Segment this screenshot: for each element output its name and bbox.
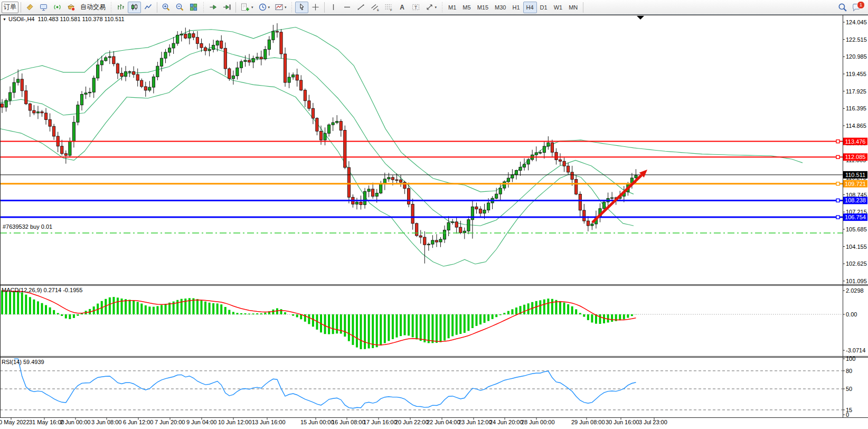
text-label-icon[interactable]: T [409,2,422,13]
price-badge-label: 113.476 [845,138,866,145]
line-chart-icon[interactable] [141,2,155,13]
macd-label: MACD(12,26,9) 0.2714 -0.1955 [2,287,82,293]
chart-dropdown-icon[interactable]: ▼ [3,17,6,21]
time-axis-label: 29 Jun 08:00 [571,419,605,425]
chevron-down-icon: ▾ [435,5,437,10]
rsi-axis-label: 50 [846,386,852,392]
price-tick-label: 102.625 [846,260,867,267]
auto-scroll-icon[interactable] [206,2,220,13]
price-tick-label: 120.985 [846,53,867,60]
time-axis-label: 15 Jun 00:00 [300,419,334,425]
shapes-icon[interactable]: ▾ [423,2,439,13]
timeframe-button-m5[interactable]: M5 [459,2,474,13]
price-tick-label: 124.045 [846,19,867,25]
level-handle[interactable] [836,182,839,185]
time-axis-label: 28 Jun 00:00 [521,419,555,425]
price-tick-label: 116.395 [846,105,866,111]
text-icon[interactable]: A [395,2,409,13]
svg-text:A: A [400,4,404,11]
search-icon[interactable] [836,2,850,13]
timeframe-button-w1[interactable]: W1 [551,2,566,13]
macd-axis-label: -3.0714 [846,347,865,353]
svg-text:T: T [414,5,417,10]
toolbar-separator [157,2,157,13]
timeframe-group: M1M5M15M30H1H4D1W1MN [445,2,581,13]
tag-icon[interactable] [23,2,36,13]
channel-icon[interactable]: E [368,2,381,13]
tile-windows-icon[interactable] [187,2,200,13]
fibonacci-icon[interactable]: F [382,2,395,13]
level-handle[interactable] [836,199,839,202]
candles [1,23,637,264]
notification-badge: 1 [857,1,865,9]
time-axis-label: 2 Jun 00:00 [60,419,91,425]
price-badge-label: 112.085 [845,154,866,160]
level-handle[interactable] [836,216,839,219]
zoom-out-icon[interactable] [173,2,186,13]
cursor-icon[interactable] [295,2,308,13]
new-order-button[interactable]: 订单 [2,2,18,13]
price-tick-label: 122.515 [846,36,867,43]
time-axis-label: 16 Jun 08:00 [332,419,365,425]
time-axis-label: 17 Jun 16:00 [363,419,397,425]
timeframe-button-m15[interactable]: M15 [474,2,492,13]
price-tick-label: 101.095 [846,278,867,284]
vertical-line-icon[interactable] [327,2,340,13]
toolbar-grip [291,2,293,13]
trading-terminal: { "toolbar": { "order_label": "订单", "aut… [0,0,868,429]
signal-icon[interactable] [51,2,64,13]
time-axis-label: 7 Jun 20:00 [155,419,185,425]
periods-icon[interactable]: ▾ [256,2,272,13]
time-axis-label: 6 Jun 12:00 [123,419,154,425]
toolbar-grip [441,2,443,13]
trendline-icon[interactable] [354,2,367,13]
rsi-axis-label: 0 [846,412,849,418]
time-axis-label: 20 Jun 22:00 [395,419,429,425]
horizontal-line-icon[interactable] [341,2,354,13]
market-basket-icon[interactable] [64,2,78,13]
time-axis-label: 31 May 16:00 [29,419,64,425]
chevron-down-icon: ▾ [285,5,287,10]
timeframe-button-h4[interactable]: H4 [523,2,537,13]
price-tick-label: 114.865 [846,123,866,129]
price-tick-label: 105.685 [846,226,867,232]
bar-chart-icon[interactable] [114,2,127,13]
ohlc-values: 110.483 110.581 110.378 110.511 [38,16,125,22]
time-axis-label: 13 Jun 16:00 [252,419,286,425]
price-badge-label: 108.238 [845,197,866,203]
indicators-icon[interactable]: ▾ [238,2,256,13]
symbol-period: USOil-,H4 [8,16,35,22]
timeframe-button-m30[interactable]: M30 [492,2,509,13]
candlestick-chart-icon[interactable] [128,2,141,13]
level-handle[interactable] [836,155,839,158]
trend-arrow[interactable] [592,175,641,222]
chevron-down-icon: ▾ [268,5,270,10]
toolbar-grip [110,2,112,13]
price-tick-label: 104.155 [846,244,867,250]
shift-marker-icon[interactable] [637,16,644,20]
time-axis-label: 30 May 2022 [0,419,30,425]
chart-canvas[interactable]: 124.045122.515120.985119.455117.925116.3… [0,0,868,429]
timeframe-button-mn[interactable]: MN [565,2,581,13]
price-badge-label: 109.721 [845,181,866,187]
timeframe-button-h1[interactable]: H1 [509,2,523,13]
chat-icon[interactable]: 1 [850,2,863,13]
zoom-in-icon[interactable] [159,2,173,13]
timeframe-button-d1[interactable]: D1 [537,2,551,13]
autotrading-button[interactable]: 自动交易 [78,2,108,13]
crosshair-icon[interactable] [309,2,322,13]
macd-indicator [0,291,843,349]
templates-icon[interactable]: ▾ [272,2,289,13]
toolbar-separator [21,2,21,13]
chart-title: ▼USOil-,H4 110.483 110.581 110.378 110.5… [3,16,125,22]
position-label: #7639532 buy 0.01 [3,223,52,230]
chart-shift-icon[interactable] [220,2,233,13]
time-axis-label: 3 Jul 23:00 [639,419,667,425]
timeframe-button-m1[interactable]: M1 [445,2,459,13]
computer-cloud-icon[interactable] [37,2,50,13]
time-axis-label: 10 Jun 12:00 [218,419,252,425]
level-handle[interactable] [836,140,839,143]
toolbar-separator [235,2,236,13]
svg-text:F: F [390,8,392,12]
time-axis-label: 3 Jun 08:00 [91,419,122,425]
